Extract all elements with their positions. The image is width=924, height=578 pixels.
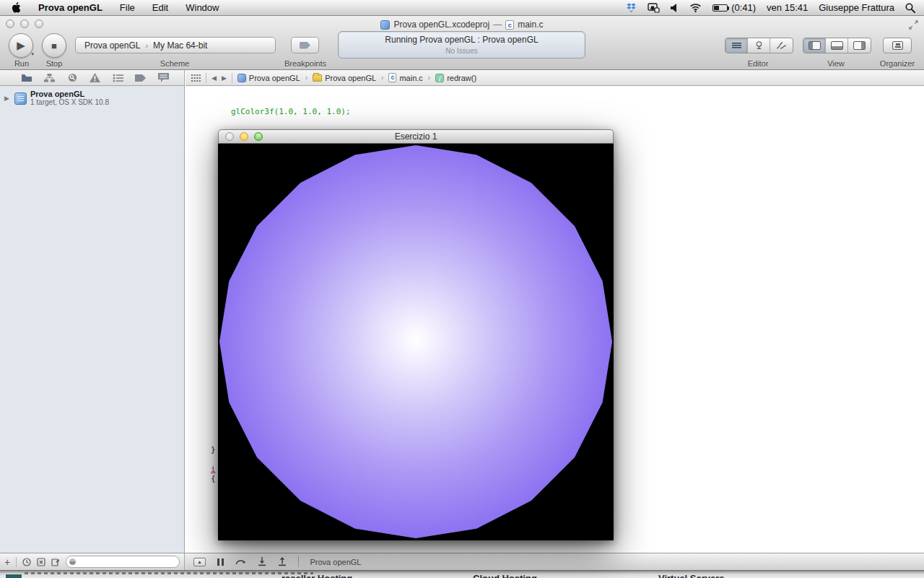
battery-icon[interactable] xyxy=(712,4,728,12)
background-link[interactable]: reseller Hosting xyxy=(282,573,352,578)
left-panel-icon xyxy=(808,41,821,50)
code-fragment: { xyxy=(211,474,216,483)
menu-app-name[interactable]: Prova openGL xyxy=(38,2,103,13)
background-link[interactable]: Virtual Servers xyxy=(658,573,725,578)
debug-process-label[interactable]: Prova openGL xyxy=(310,558,362,566)
organizer-label: Organizer xyxy=(880,59,915,68)
forward-button[interactable]: ▶ xyxy=(222,74,227,82)
breakpoints-label: Breakpoints xyxy=(284,59,326,68)
minimize-button[interactable] xyxy=(20,20,29,28)
breakpoints-button[interactable] xyxy=(291,37,319,53)
xcode-traffic-lights xyxy=(6,20,43,28)
menu-edit[interactable]: Edit xyxy=(152,2,168,13)
add-button[interactable]: + xyxy=(4,558,10,566)
scheme-label: Scheme xyxy=(160,59,189,68)
version-editor-button[interactable] xyxy=(770,38,793,53)
c-file-icon: c xyxy=(505,20,514,30)
pause-button[interactable] xyxy=(217,558,224,566)
breadcrumb-chevron: › xyxy=(381,74,383,82)
toggle-debug-area-button[interactable]: ▲ xyxy=(193,558,206,566)
log-navigator-icon[interactable] xyxy=(155,72,171,85)
background-window-strip: reseller Hosting Cloud Hosting Virtual S… xyxy=(0,570,924,578)
wifi-icon[interactable] xyxy=(689,3,702,12)
fullscreen-icon[interactable] xyxy=(909,20,918,30)
code-block-bottom: glutKeyboardFunc( keyboard ); glutSpecia… xyxy=(231,539,370,553)
xcode-window-title: Prova openGL.xcodeproj — c main.c xyxy=(173,20,751,30)
step-into-button[interactable] xyxy=(258,557,266,566)
organizer-icon xyxy=(892,41,903,50)
breadcrumb-symbol[interactable]: f redraw() xyxy=(435,74,476,82)
run-button[interactable]: ▶ ▾ xyxy=(9,33,33,58)
standard-editor-button[interactable] xyxy=(725,38,748,53)
code-line: glColor3f(1.0, 1.0, 1.0); xyxy=(231,107,466,116)
navigator-view-button[interactable] xyxy=(803,38,826,53)
opengl-window-titlebar[interactable]: Esercizio 1 xyxy=(218,129,614,144)
xcodeproj-icon xyxy=(237,74,246,82)
breadcrumb-chevron: › xyxy=(305,74,308,82)
editor-label: Editor xyxy=(748,59,769,68)
code-fragment: i xyxy=(211,465,216,474)
jump-bar: ◀ ▶ Prova openGL › Prova openGL › c main… xyxy=(186,70,924,86)
stop-button[interactable]: ■ xyxy=(42,33,66,58)
debug-navigator-icon[interactable] xyxy=(110,72,126,85)
stop-icon: ■ xyxy=(51,40,57,51)
displays-icon[interactable] xyxy=(648,3,660,13)
zoom-button[interactable] xyxy=(35,20,43,28)
breadcrumb-group[interactable]: Prova openGL xyxy=(313,74,376,82)
breadcrumb-file[interactable]: c main.c xyxy=(388,73,422,82)
c-file-icon: c xyxy=(388,73,396,82)
editor-segmented-control xyxy=(725,38,793,53)
disclosure-triangle-icon[interactable]: ▶ xyxy=(4,95,11,102)
menu-user-name[interactable]: Giuseppe Frattura xyxy=(819,2,894,13)
project-detail: 1 target, OS X SDK 10.8 xyxy=(30,98,109,107)
scheme-selector[interactable]: Prova openGL › My Mac 64-bit xyxy=(75,37,276,53)
status-running-text: Running Prova openGL : Prova openGL xyxy=(339,35,585,45)
source-control-status-icon[interactable] xyxy=(37,558,45,566)
menu-window[interactable]: Window xyxy=(186,2,219,13)
view-segmented-control xyxy=(803,38,871,53)
dropbox-icon[interactable] xyxy=(626,3,637,13)
project-navigator-icon[interactable] xyxy=(19,72,35,85)
related-items-icon[interactable] xyxy=(191,74,201,82)
opengl-window: Esercizio 1 xyxy=(218,129,614,540)
zoom-button[interactable] xyxy=(254,132,263,141)
spotlight-icon[interactable] xyxy=(905,3,915,13)
status-issues-text: No Issues xyxy=(339,47,585,55)
debug-area-view-button[interactable] xyxy=(826,38,848,53)
assistant-editor-button[interactable] xyxy=(748,38,770,53)
window-title-separator: — xyxy=(493,20,502,30)
filter-input[interactable] xyxy=(66,556,180,568)
breakpoint-icon xyxy=(300,42,310,49)
project-row[interactable]: ▶ Prova openGL 1 target, OS X SDK 10.8 xyxy=(0,86,184,110)
project-name: Prova openGL xyxy=(30,90,109,98)
menu-clock[interactable]: ven 15:41 xyxy=(767,2,808,13)
minimize-button[interactable] xyxy=(240,132,248,141)
apple-menu-icon[interactable] xyxy=(12,2,21,13)
step-out-button[interactable] xyxy=(278,557,287,566)
close-button[interactable] xyxy=(225,132,234,141)
step-over-button[interactable] xyxy=(235,558,246,566)
unsaved-files-icon[interactable] xyxy=(51,558,60,566)
back-button[interactable]: ◀ xyxy=(212,74,217,82)
volume-icon[interactable] xyxy=(671,4,679,12)
window-title-file: main.c xyxy=(518,20,543,30)
navigator-filter-bar: + xyxy=(0,553,185,570)
breakpoint-navigator-icon[interactable] xyxy=(133,72,149,85)
utilities-view-button[interactable] xyxy=(848,38,871,53)
search-navigator-icon[interactable] xyxy=(64,72,80,85)
bottom-panel-icon xyxy=(831,41,843,50)
organizer-button[interactable] xyxy=(883,38,912,53)
recent-files-icon[interactable] xyxy=(22,558,31,566)
opengl-window-title: Esercizio 1 xyxy=(219,131,613,142)
close-button[interactable] xyxy=(6,20,14,28)
issue-navigator-icon[interactable] xyxy=(87,72,103,85)
run-icon: ▶ xyxy=(17,39,25,52)
battery-time[interactable]: (0:41) xyxy=(731,2,756,13)
opengl-canvas[interactable] xyxy=(218,144,614,540)
background-link[interactable]: Cloud Hosting xyxy=(473,573,537,578)
menu-file[interactable]: File xyxy=(120,2,135,13)
run-dropdown-caret: ▾ xyxy=(31,51,34,57)
breadcrumb-project[interactable]: Prova openGL xyxy=(237,74,300,82)
project-navigator: ▶ Prova openGL 1 target, OS X SDK 10.8 xyxy=(0,86,185,553)
symbol-navigator-icon[interactable] xyxy=(42,72,58,85)
